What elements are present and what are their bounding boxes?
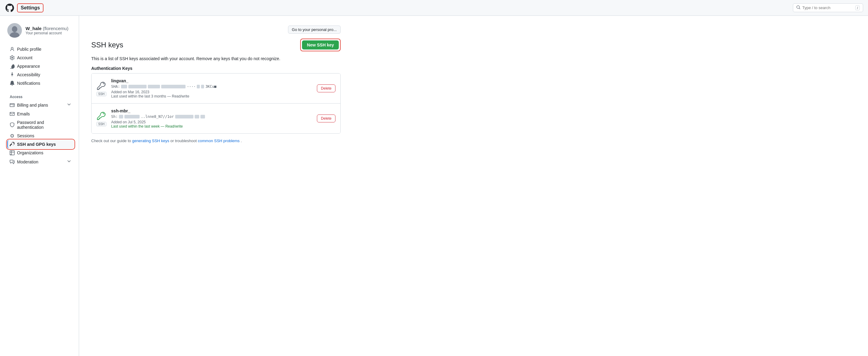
generating-ssh-keys-link[interactable]: generating SSH keys [132, 139, 169, 143]
table-icon [10, 150, 14, 155]
sidebar-item-label: Notifications [17, 81, 40, 86]
sidebar-item-appearance[interactable]: Appearance [7, 62, 74, 70]
user-profile: W_hale (florencemu) Your personal accoun… [7, 23, 74, 38]
nav-section-access: Access Billing and plans Emails [7, 90, 74, 167]
sidebar-item-label: Emails [17, 111, 30, 116]
user-info: W_hale (florencemu) Your personal accoun… [26, 26, 68, 35]
key-icon [10, 142, 14, 147]
key-last-used: Last used within the last 3 months — Rea… [111, 94, 312, 98]
new-ssh-btn-wrapper: New SSH key [300, 39, 341, 51]
sidebar-item-label: Accessibility [17, 72, 40, 77]
sidebar-item-public-profile[interactable]: Public profile [7, 45, 74, 54]
chevron-down-icon [67, 159, 71, 165]
table-row: SSH ssh-mbr_ Sh: ..lnne8_N7//1or Added o… [92, 104, 340, 133]
key-details: lingvan_ SHA: ···· 3KCu■ Added on Mar 16… [111, 78, 312, 98]
key-name: lingvan_ [111, 78, 312, 83]
accessibility-icon [10, 72, 14, 77]
sidebar-item-password[interactable]: Password and authentication [7, 118, 74, 132]
key-icon-wrap: SSH [96, 81, 106, 96]
person-icon [10, 47, 14, 51]
username: W_hale (florencemu) [26, 26, 68, 31]
go-to-profile-button[interactable]: Go to your personal pro... [288, 26, 341, 34]
shield-icon [10, 122, 14, 127]
sidebar-item-account[interactable]: Account [7, 54, 74, 62]
keyboard-shortcut-slash: / [855, 5, 860, 10]
ssh-title: SSH keys [91, 41, 123, 49]
key-last-used: Last used within the last week — Read/wr… [111, 124, 312, 129]
key-fingerprint: Sh: ..lnne8_N7//1or [111, 114, 312, 119]
sidebar-item-notifications[interactable]: Notifications [7, 79, 74, 87]
ssh-footer: Check out our guide to generating SSH ke… [91, 139, 341, 143]
key-icon-wrap: SSH [96, 111, 106, 127]
key-fingerprint: SHA: ···· 3KCu■ [111, 84, 312, 89]
ssh-header: SSH keys New SSH key [91, 39, 341, 51]
ssh-badge: SSH [96, 92, 106, 96]
sidebar-item-label: SSH and GPG keys [17, 142, 56, 147]
new-ssh-key-button[interactable]: New SSH key [302, 40, 339, 49]
ssh-description: This is a list of SSH keys associated wi… [91, 56, 341, 61]
key-name: ssh-mbr_ [111, 108, 312, 113]
sidebar: W_hale (florencemu) Your personal accoun… [0, 16, 79, 356]
sidebar-item-emails[interactable]: Emails [7, 110, 74, 118]
sidebar-item-label: Billing and plans [17, 103, 48, 108]
key-added-date: Added on Mar 16, 2023 [111, 90, 312, 94]
key-details: ssh-mbr_ Sh: ..lnne8_N7//1or Added on Ju… [111, 108, 312, 129]
nav-section-main: Public profile Account Appearance Access… [7, 45, 74, 87]
sidebar-item-accessibility[interactable]: Accessibility [7, 70, 74, 79]
ssh-badge: SSH [96, 122, 106, 127]
sidebar-item-label: Public profile [17, 47, 41, 51]
key-added-date: Added on Jul 5, 2025 [111, 120, 312, 124]
github-logo-icon[interactable] [5, 3, 14, 13]
sidebar-item-moderation[interactable]: Moderation [7, 157, 74, 167]
svg-point-1 [12, 26, 17, 32]
search-input[interactable] [802, 5, 854, 10]
comment-icon [10, 159, 14, 164]
main-content: Go to your personal pro... SSH keys New … [79, 16, 353, 356]
user-subtext: Your personal account [26, 31, 68, 35]
profile-header-bar: Go to your personal pro... [91, 26, 341, 34]
table-row: SSH lingvan_ SHA: ···· 3KCu■ [92, 73, 340, 104]
bell-icon [10, 81, 14, 86]
sidebar-item-label: Sessions [17, 133, 34, 138]
sidebar-item-ssh-gpg[interactable]: SSH and GPG keys [7, 140, 74, 148]
delete-key-1-button[interactable]: Delete [317, 84, 336, 92]
auth-keys-title: Authentication Keys [91, 66, 341, 71]
sidebar-item-billing[interactable]: Billing and plans [7, 100, 74, 110]
sidebar-item-label: Organizations [17, 150, 43, 155]
gear-icon [10, 55, 14, 60]
common-ssh-problems-link[interactable]: common SSH problems [198, 139, 240, 143]
avatar [7, 23, 22, 38]
delete-key-2-button[interactable]: Delete [317, 114, 336, 122]
ssh-keys-list: SSH lingvan_ SHA: ···· 3KCu■ [91, 73, 341, 134]
sidebar-item-label: Appearance [17, 64, 40, 69]
settings-title: Settings [17, 3, 43, 12]
mail-icon [10, 111, 14, 116]
brush-icon [10, 64, 14, 69]
search-icon [796, 5, 801, 10]
key-icon [96, 81, 106, 91]
topnav: Settings / [0, 0, 868, 16]
sidebar-item-sessions[interactable]: Sessions [7, 132, 74, 140]
sidebar-item-label: Password and authentication [17, 120, 71, 130]
sidebar-item-label: Account [17, 55, 33, 60]
access-section-label: Access [7, 90, 74, 100]
credit-card-icon [10, 103, 14, 108]
chevron-down-icon [67, 102, 71, 108]
search-box[interactable]: / [793, 3, 863, 12]
page-layout: W_hale (florencemu) Your personal accoun… [0, 16, 868, 356]
key-icon [96, 111, 106, 120]
radio-icon [10, 133, 14, 138]
sidebar-item-organizations[interactable]: Organizations [7, 148, 74, 157]
sidebar-item-label: Moderation [17, 159, 38, 164]
